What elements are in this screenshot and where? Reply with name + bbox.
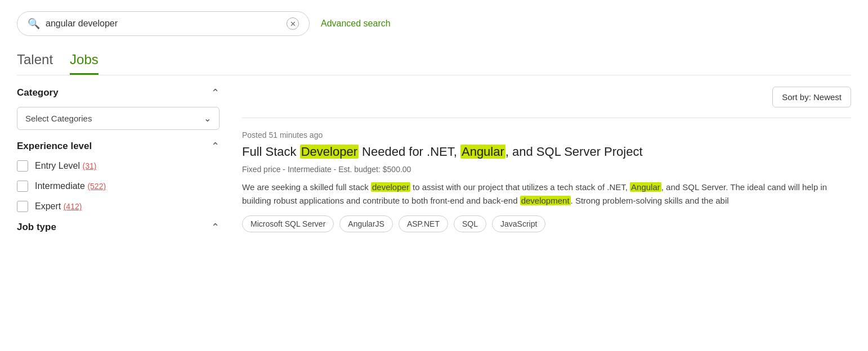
title-highlight-developer: Developer — [300, 145, 359, 159]
results-toolbar: Sort by: Newest — [242, 87, 851, 107]
job-posted: Posted 51 minutes ago — [242, 130, 851, 140]
skill-tag[interactable]: SQL — [454, 215, 486, 232]
category-filter: Category ⌃ Select Categories ⌄ — [17, 87, 220, 130]
jobtype-title: Job type — [17, 222, 56, 233]
job-card: Posted 51 minutes ago Full Stack Develop… — [242, 118, 851, 245]
expert-count: (412) — [64, 202, 82, 211]
experience-header: Experience level ⌃ — [17, 140, 220, 152]
job-skills: Microsoft SQL Server AngularJS ASP.NET S… — [242, 215, 851, 232]
desc-highlight-developer: developer — [371, 182, 410, 192]
sidebar: Category ⌃ Select Categories ⌄ Experienc… — [17, 87, 236, 245]
category-title: Category — [17, 87, 59, 98]
experience-title: Experience level — [17, 141, 92, 152]
advanced-search-link[interactable]: Advanced search — [321, 19, 391, 29]
jobtype-chevron-icon[interactable]: ⌃ — [211, 221, 220, 233]
desc-highlight-development: development — [520, 196, 571, 205]
category-dropdown[interactable]: Select Categories ⌄ — [17, 107, 220, 130]
search-row: 🔍 ✕ Advanced search — [17, 11, 851, 36]
category-header: Category ⌃ — [17, 87, 220, 99]
tab-jobs[interactable]: Jobs — [70, 52, 99, 75]
expert-label: Expert (412) — [35, 201, 82, 212]
search-icon: 🔍 — [28, 17, 40, 30]
intermediate-count: (522) — [87, 182, 106, 191]
intermediate-checkbox[interactable] — [17, 181, 28, 192]
skill-tag[interactable]: Microsoft SQL Server — [242, 215, 334, 232]
results-area: Sort by: Newest Posted 51 minutes ago Fu… — [236, 87, 851, 245]
chevron-down-icon: ⌄ — [204, 113, 211, 124]
exp-intermediate[interactable]: Intermediate (522) — [17, 181, 220, 192]
entry-level-label: Entry Level (31) — [35, 161, 96, 171]
sort-button[interactable]: Sort by: Newest — [772, 87, 851, 107]
job-meta: Fixed price - Intermediate - Est. budget… — [242, 165, 851, 174]
skill-tag[interactable]: JavaScript — [492, 215, 545, 232]
main-layout: Category ⌃ Select Categories ⌄ Experienc… — [17, 87, 851, 245]
skill-tag[interactable]: ASP.NET — [399, 215, 448, 232]
tab-talent[interactable]: Talent — [17, 52, 53, 75]
category-chevron-icon[interactable]: ⌃ — [211, 87, 220, 99]
search-input[interactable] — [46, 19, 281, 29]
entry-level-count: (31) — [82, 161, 96, 170]
exp-entry-level[interactable]: Entry Level (31) — [17, 160, 220, 172]
search-box: 🔍 ✕ — [17, 11, 310, 36]
jobtype-filter: Job type ⌃ — [17, 221, 220, 233]
jobtype-header: Job type ⌃ — [17, 221, 220, 233]
skill-tag[interactable]: AngularJS — [339, 215, 393, 232]
intermediate-label: Intermediate (522) — [35, 181, 106, 191]
title-highlight-angular: Angular — [460, 145, 505, 159]
desc-highlight-angular: Angular — [630, 182, 661, 192]
tabs-bar: Talent Jobs — [17, 52, 851, 75]
experience-chevron-icon[interactable]: ⌃ — [211, 140, 220, 152]
expert-checkbox[interactable] — [17, 201, 28, 212]
experience-filter: Experience level ⌃ Entry Level (31) Inte… — [17, 140, 220, 212]
category-dropdown-label: Select Categories — [25, 114, 92, 123]
exp-expert[interactable]: Expert (412) — [17, 201, 220, 212]
job-description: We are seeking a skilled full stack deve… — [242, 181, 851, 208]
clear-icon[interactable]: ✕ — [287, 17, 299, 30]
entry-level-checkbox[interactable] — [17, 160, 28, 172]
job-title: Full Stack Developer Needed for .NET, An… — [242, 144, 851, 160]
